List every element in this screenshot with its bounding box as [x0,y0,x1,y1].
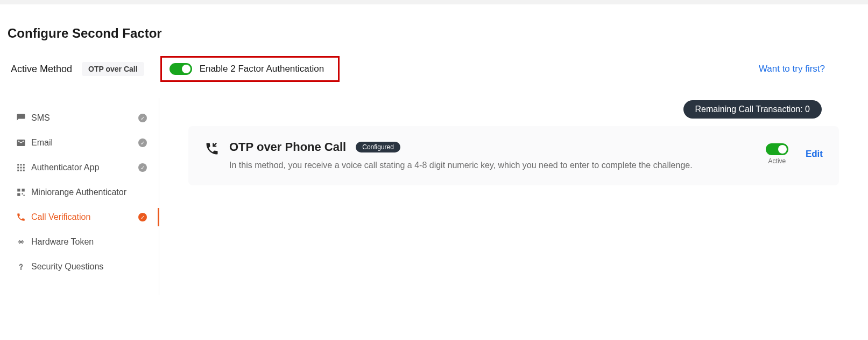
method-body: OTP over Phone Call Configured In this m… [229,140,755,171]
svg-rect-8 [23,170,25,171]
sidebar-item-sms[interactable]: SMS ✓ [15,106,159,130]
method-card: OTP over Phone Call Configured In this m… [188,126,839,185]
try-first-link[interactable]: Want to try first? [759,64,825,74]
sidebar-item-label: Authenticator App [31,163,138,172]
enable-2fa-toggle[interactable] [170,63,192,75]
svg-rect-3 [17,167,19,169]
svg-rect-7 [20,170,22,171]
sidebar: SMS ✓ Email ✓ Authenticator App ✓ Minior… [15,98,159,295]
top-divider [0,0,868,4]
check-icon: ✓ [138,114,147,122]
toggle-knob [182,65,190,73]
enable-2fa-highlight-box: Enable 2 Factor Authentication [160,56,340,82]
svg-rect-5 [23,167,25,169]
configured-badge: Configured [356,142,400,152]
svg-rect-12 [22,193,23,195]
token-icon [16,237,26,247]
sidebar-item-label: Email [31,138,138,148]
page-title: Configure Second Factor [0,4,868,56]
sidebar-item-miniorange-auth[interactable]: Miniorange Authenticator [15,180,159,205]
phone-icon [16,212,26,222]
header-row: Active Method OTP over Call Enable 2 Fac… [0,56,868,98]
svg-point-14 [21,269,22,269]
svg-rect-11 [17,193,20,196]
sidebar-item-hardware-token[interactable]: Hardware Token [15,230,159,254]
active-toggle-wrap: Active [766,143,788,165]
edit-button[interactable]: Edit [806,149,823,159]
active-caption: Active [768,157,786,165]
svg-rect-0 [17,164,19,165]
sidebar-item-label: Call Verification [31,212,138,222]
sidebar-item-call-verification[interactable]: Call Verification ✓ [15,205,159,230]
svg-rect-2 [23,164,25,165]
phone-callback-icon [204,141,220,156]
remaining-transaction-badge: Remaining Call Transaction: 0 [683,100,822,119]
grid-icon [16,163,26,172]
svg-rect-13 [24,195,25,196]
method-title-row: OTP over Phone Call Configured [229,140,755,154]
svg-rect-1 [20,164,22,165]
svg-rect-4 [20,167,22,169]
sidebar-item-security-questions[interactable]: Security Questions [15,254,159,279]
check-icon: ✓ [138,213,147,221]
active-method: Active Method OTP over Call [11,62,144,76]
method-description: In this method, you receive a voice call… [229,159,755,171]
qr-icon [16,188,26,197]
method-active-toggle[interactable] [766,143,788,155]
active-method-label: Active Method [11,64,72,75]
sidebar-item-authenticator-app[interactable]: Authenticator App ✓ [15,155,159,180]
sidebar-item-label: Hardware Token [31,237,150,247]
content-pane: Remaining Call Transaction: 0 OTP over P… [159,98,868,295]
svg-rect-6 [17,170,19,171]
enable-2fa-label: Enable 2 Factor Authentication [200,64,324,74]
sidebar-item-email[interactable]: Email ✓ [15,130,159,155]
check-icon: ✓ [138,138,147,147]
method-title: OTP over Phone Call [229,140,346,154]
check-icon: ✓ [138,163,147,172]
sidebar-item-label: Miniorange Authenticator [31,188,150,197]
sidebar-item-label: Security Questions [31,262,150,272]
sidebar-item-label: SMS [31,113,138,123]
email-icon [16,138,26,148]
main-area: SMS ✓ Email ✓ Authenticator App ✓ Minior… [0,98,868,295]
active-method-badge: OTP over Call [82,62,144,76]
svg-rect-10 [22,189,25,191]
svg-rect-9 [17,189,20,191]
method-actions: Active Edit [766,143,823,165]
toggle-knob [778,145,787,154]
question-icon [16,262,26,272]
sms-icon [16,113,26,123]
